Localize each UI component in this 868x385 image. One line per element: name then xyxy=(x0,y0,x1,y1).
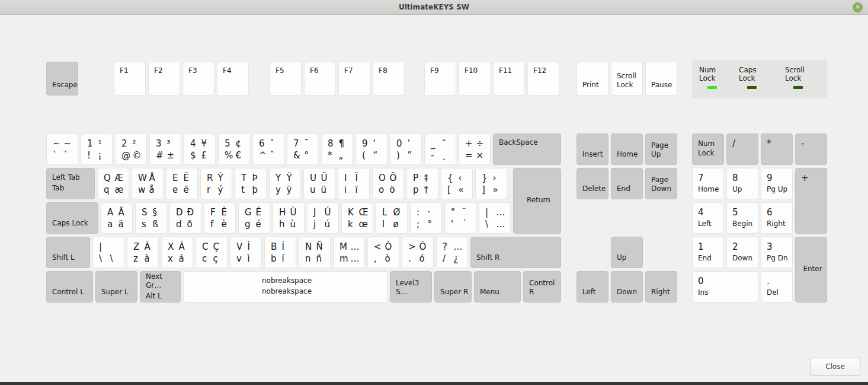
key-control-r[interactable]: Control R xyxy=(523,271,561,303)
key-g[interactable]: GÉgé xyxy=(238,202,270,234)
key-shift-l[interactable]: Shift L xyxy=(46,237,90,268)
numpad-4[interactable]: 4Left xyxy=(692,202,724,234)
numpad-6[interactable]: 6Right xyxy=(761,202,793,234)
key-asterisk[interactable]: 8¶*„ xyxy=(321,133,353,165)
key-alt-l[interactable]: Next Gr…Alt L xyxy=(140,271,181,303)
key-escape[interactable]: Escape xyxy=(46,62,78,96)
key-dollar[interactable]: 4¥$£ xyxy=(184,133,216,165)
numpad-3[interactable]: 3Pg Dn xyxy=(761,237,793,268)
key-tab[interactable]: Left TabTab xyxy=(46,168,95,199)
key-up[interactable]: Up xyxy=(611,237,643,268)
key-page-down[interactable]: Page Down xyxy=(645,168,677,199)
window-close-button[interactable]: ✕ xyxy=(853,2,863,12)
key-s[interactable]: S§sß xyxy=(135,202,167,234)
key-apostrophe[interactable]: "¨'´ xyxy=(444,202,476,234)
key-k[interactable]: KŒkœ xyxy=(341,202,373,234)
key-end[interactable]: End xyxy=(611,168,643,199)
numpad-asterisk[interactable]: * xyxy=(761,133,793,165)
key-z[interactable]: ZÀzà xyxy=(127,237,159,268)
key-home[interactable]: Home xyxy=(611,133,643,165)
numpad-period[interactable]: .Del xyxy=(761,271,793,303)
numpad-num-lock[interactable]: Num Lock xyxy=(692,133,724,165)
numpad-5[interactable]: 5Begin xyxy=(726,202,758,234)
key-f9[interactable]: F9 xyxy=(424,62,456,96)
key-delete[interactable]: Delete xyxy=(576,168,608,199)
key-v[interactable]: VÌvì xyxy=(230,237,262,268)
key-f[interactable]: FÈfè xyxy=(204,202,236,234)
key-u[interactable]: UÜuü xyxy=(303,168,335,199)
numpad-plus[interactable]: + xyxy=(795,168,827,234)
key-period[interactable]: >Ó.ó xyxy=(402,237,434,268)
key-at[interactable]: 2²@© xyxy=(115,133,147,165)
numpad-slash[interactable]: / xyxy=(726,133,758,165)
key-f6[interactable]: F6 xyxy=(304,62,336,96)
key-m[interactable]: M…m… xyxy=(333,237,365,268)
numpad-0[interactable]: 0Ins xyxy=(692,271,758,303)
key-bracket-left[interactable]: {‹[« xyxy=(441,168,473,199)
key-e[interactable]: EËeë xyxy=(166,168,198,199)
key-space[interactable]: nobreakspacenobreakspace xyxy=(183,271,387,303)
key-c[interactable]: CÇcç xyxy=(196,237,228,268)
key-p[interactable]: P‡p† xyxy=(406,168,438,199)
key-super-l[interactable]: Super L xyxy=(95,271,137,303)
key-q[interactable]: QÆqæ xyxy=(97,168,129,199)
key-caret[interactable]: 6ˇ^ˆ xyxy=(252,133,284,165)
key-exclam[interactable]: 1¹!¡ xyxy=(81,133,113,165)
numpad-7[interactable]: 7Home xyxy=(692,168,724,199)
key-scroll-lock[interactable]: Scroll Lock xyxy=(611,62,643,96)
key-f3[interactable]: F3 xyxy=(182,62,214,96)
key-f2[interactable]: F2 xyxy=(148,62,180,96)
key-backspace[interactable]: BackSpace xyxy=(493,133,561,165)
key-f10[interactable]: F10 xyxy=(459,62,491,96)
key-hash[interactable]: 3³#± xyxy=(149,133,181,165)
key-comma[interactable]: <Ò,ò xyxy=(367,237,399,268)
numpad-9[interactable]: 9Pg Up xyxy=(761,168,793,199)
key-backslash[interactable]: |\\ xyxy=(92,237,124,268)
key-left[interactable]: Left xyxy=(576,271,608,303)
key-f1[interactable]: F1 xyxy=(114,62,146,96)
key-paren-right[interactable]: 0’)” xyxy=(390,133,422,165)
key-f5[interactable]: F5 xyxy=(270,62,302,96)
key-x[interactable]: XÁxá xyxy=(161,237,193,268)
key-equal[interactable]: +÷=× xyxy=(459,133,491,165)
key-grave[interactable]: ~~`` xyxy=(46,133,78,165)
key-return[interactable]: Return xyxy=(513,168,561,234)
key-j[interactable]: JÚjú xyxy=(307,202,339,234)
key-a[interactable]: AÄaä xyxy=(101,202,133,234)
key-menu[interactable]: Menu xyxy=(474,271,521,303)
key-i[interactable]: IÏiï xyxy=(338,168,370,199)
key-backslash[interactable]: |…\… xyxy=(479,202,511,234)
key-r[interactable]: RÝrý xyxy=(200,168,232,199)
key-d[interactable]: DÐdð xyxy=(169,202,201,234)
key-l[interactable]: LØlø xyxy=(376,202,408,234)
key-caps-lock[interactable]: Caps Lock xyxy=(46,202,98,234)
key-bracket-right[interactable]: }›]» xyxy=(475,168,507,199)
key-b[interactable]: BÍbí xyxy=(264,237,296,268)
key-paren-left[interactable]: 9‘(“ xyxy=(355,133,387,165)
key-w[interactable]: WÅwå xyxy=(132,168,164,199)
key-level3-s[interactable]: Level3 S… xyxy=(390,271,432,303)
key-slash[interactable]: ?…/¿ xyxy=(436,237,468,268)
key-shift-r[interactable]: Shift R xyxy=(470,237,561,268)
key-print[interactable]: Print xyxy=(576,62,608,96)
numpad-enter[interactable]: Enter xyxy=(795,237,827,303)
key-pause[interactable]: Pause xyxy=(645,62,677,96)
close-button[interactable]: Close xyxy=(810,358,860,376)
key-f12[interactable]: F12 xyxy=(527,62,559,96)
numpad-minus[interactable]: - xyxy=(795,133,827,165)
key-control-l[interactable]: Control L xyxy=(46,271,93,303)
numpad-1[interactable]: 1End xyxy=(692,237,724,268)
key-h[interactable]: HÙhù xyxy=(273,202,305,234)
numpad-2[interactable]: 2Down xyxy=(726,237,758,268)
key-o[interactable]: OÖoö xyxy=(372,168,404,199)
key-y[interactable]: YŸyÿ xyxy=(269,168,301,199)
key-f8[interactable]: F8 xyxy=(373,62,405,96)
key-ampersand[interactable]: 7¯&° xyxy=(287,133,319,165)
numpad-8[interactable]: 8Up xyxy=(726,168,758,199)
key-page-up[interactable]: Page Up xyxy=(645,133,677,165)
key-insert[interactable]: Insert xyxy=(576,133,608,165)
key-percent[interactable]: 5¢%€ xyxy=(218,133,250,165)
key-t[interactable]: TÞtþ xyxy=(235,168,267,199)
key-f7[interactable]: F7 xyxy=(338,62,370,96)
key-f11[interactable]: F11 xyxy=(493,62,525,96)
